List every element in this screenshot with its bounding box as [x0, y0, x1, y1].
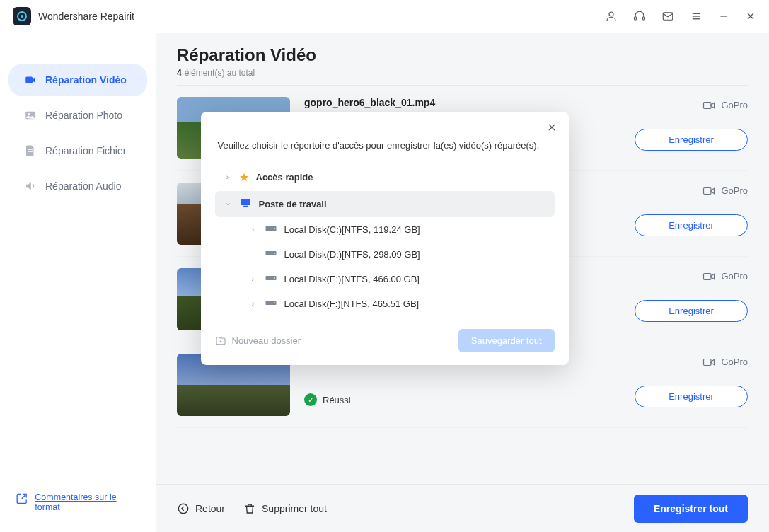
mail-icon[interactable] — [661, 10, 674, 23]
svg-point-27 — [274, 228, 275, 229]
item-actions: GoPro Enregistrer — [606, 354, 748, 407]
svg-rect-19 — [704, 273, 712, 279]
feedback-link[interactable]: Commentaires sur le format — [16, 492, 140, 512]
sidebar-footer: Commentaires sur le format — [0, 477, 156, 532]
disk-icon — [265, 249, 277, 260]
new-folder-button[interactable]: Nouveau dossier — [215, 335, 301, 347]
tree-disk[interactable]: › Local Disk(C:)[NTFS, 119.24 GB] — [215, 217, 555, 242]
svg-point-29 — [274, 253, 275, 254]
sidebar: Réparation Vidéo Réparation Photo Répara… — [0, 33, 156, 532]
tree-computer[interactable]: › Poste de travail — [215, 191, 555, 217]
svg-rect-17 — [704, 102, 712, 108]
tree-quick-access[interactable]: › ★ Accès rapide — [215, 163, 555, 191]
item-count: 4élément(s) au total — [177, 68, 748, 78]
file-name: gopro_hero6_black_01.mp4 — [304, 97, 592, 108]
sidebar-item-label: Réparation Audio — [45, 180, 121, 192]
save-button[interactable]: Enregistrer — [635, 300, 748, 322]
sidebar-item-label: Réparation Fichier — [45, 145, 126, 156]
delete-all-button[interactable]: Supprimer tout — [243, 502, 327, 515]
svg-point-2 — [609, 12, 613, 16]
sidebar-item-label: Réparation Photo — [45, 110, 122, 121]
folder-plus-icon — [215, 335, 226, 347]
svg-point-1 — [21, 15, 23, 18]
account-icon[interactable] — [605, 10, 618, 23]
quick-access-label: Accès rapide — [256, 172, 313, 183]
support-icon[interactable] — [633, 10, 646, 23]
back-button[interactable]: Retour — [177, 502, 225, 515]
tree-disk[interactable]: Local Disk(D:)[NTFS, 298.09 GB] — [215, 242, 555, 267]
chevron-right-icon: › — [224, 173, 232, 181]
status: ✓ Réussi — [304, 393, 592, 406]
svg-rect-24 — [241, 200, 250, 205]
tree-disk[interactable]: › Local Disk(E:)[NTFS, 466.00 GB] — [215, 267, 555, 291]
sidebar-item-photo[interactable]: Réparation Photo — [8, 99, 147, 132]
trash-icon — [243, 502, 256, 515]
modal-save-button[interactable]: Sauvegarder tout — [458, 329, 555, 352]
svg-rect-12 — [25, 77, 33, 83]
modal-footer: Nouveau dossier Sauvegarder tout — [215, 316, 555, 352]
sidebar-item-file[interactable]: Réparation Fichier — [8, 134, 147, 167]
modal-message: Veuillez choisir le répertoire d'accès p… — [215, 125, 555, 163]
svg-rect-25 — [243, 206, 248, 207]
chevron-right-icon: › — [249, 275, 258, 283]
disk-icon — [265, 299, 277, 309]
camera-icon — [702, 186, 715, 196]
camera-icon — [702, 272, 715, 282]
svg-point-14 — [28, 113, 30, 115]
svg-rect-5 — [663, 13, 673, 21]
minimize-icon[interactable] — [718, 11, 729, 22]
app-title: Wondershare Repairit — [38, 11, 134, 22]
status-text: Réussi — [323, 395, 351, 405]
chevron-down-icon: › — [224, 200, 231, 209]
page-title: Réparation Vidéo — [177, 45, 748, 65]
disk-icon — [265, 274, 277, 284]
modal-close-button[interactable] — [546, 122, 557, 136]
computer-label: Poste de travail — [259, 199, 327, 209]
feedback-label: Commentaires sur le format — [35, 492, 140, 512]
save-button[interactable]: Enregistrer — [635, 214, 748, 236]
new-folder-label: Nouveau dossier — [232, 335, 301, 346]
device-label: GoPro — [702, 100, 748, 110]
titlebar-actions — [605, 10, 756, 23]
back-label: Retour — [195, 503, 225, 514]
app-logo — [13, 7, 31, 25]
audio-icon — [24, 180, 37, 192]
svg-point-31 — [274, 277, 275, 279]
photo-icon — [24, 109, 37, 122]
chevron-right-icon: › — [249, 300, 258, 308]
device-text: GoPro — [721, 100, 748, 110]
svg-point-33 — [274, 302, 275, 303]
back-icon — [177, 502, 190, 515]
tree-disk[interactable]: › Local Disk(F:)[NTFS, 465.51 GB] — [215, 291, 555, 316]
svg-rect-20 — [704, 359, 712, 365]
chevron-right-icon: › — [249, 226, 258, 233]
device-label: GoPro — [702, 271, 748, 282]
device-text: GoPro — [721, 357, 748, 367]
close-icon — [546, 122, 557, 133]
disk-label: Local Disk(F:)[NTFS, 465.51 GB] — [284, 299, 420, 309]
device-label: GoPro — [702, 357, 748, 367]
menu-icon[interactable] — [690, 10, 702, 23]
disk-label: Local Disk(D:)[NTFS, 298.09 GB] — [284, 249, 420, 260]
close-icon[interactable] — [745, 11, 756, 22]
main-header: Réparation Vidéo 4élément(s) au total — [156, 33, 769, 82]
item-actions: GoPro Enregistrer — [606, 183, 748, 236]
item-actions: GoPro Enregistrer — [606, 268, 748, 322]
titlebar: Wondershare Repairit — [0, 0, 769, 33]
disk-label: Local Disk(E:)[NTFS, 466.00 GB] — [284, 274, 420, 284]
item-actions: GoPro Enregistrer — [606, 97, 748, 151]
file-icon — [24, 144, 37, 157]
disk-label: Local Disk(C:)[NTFS, 119.24 GB] — [284, 224, 420, 235]
save-all-button[interactable]: Enregistrer tout — [634, 495, 748, 523]
count-suffix: élément(s) au total — [185, 68, 255, 78]
count-number: 4 — [177, 68, 182, 78]
save-button[interactable]: Enregistrer — [635, 386, 748, 407]
directory-tree: › ★ Accès rapide › Poste de travail › Lo… — [215, 163, 555, 316]
sidebar-item-video[interactable]: Réparation Vidéo — [8, 64, 147, 96]
svg-point-21 — [178, 504, 188, 514]
camera-icon — [702, 357, 715, 367]
delete-all-label: Supprimer tout — [262, 503, 327, 514]
sidebar-item-audio[interactable]: Réparation Audio — [8, 170, 147, 202]
save-button[interactable]: Enregistrer — [635, 129, 748, 151]
camera-icon — [702, 100, 715, 110]
